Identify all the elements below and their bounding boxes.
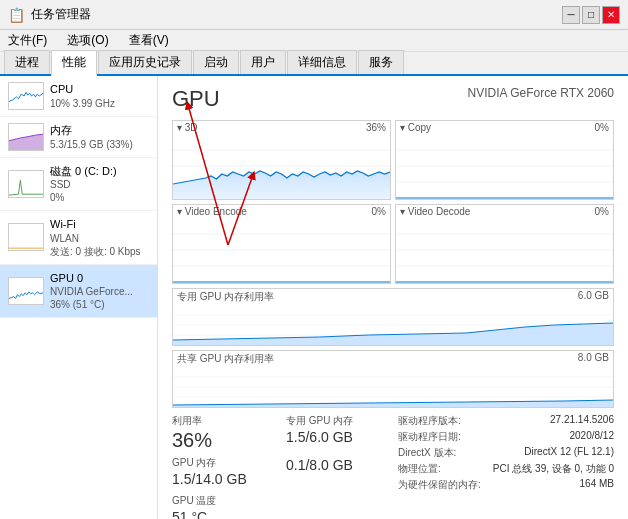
shared-mem-chart-area <box>173 367 613 407</box>
tab-bar: 进程 性能 应用历史记录 启动 用户 详细信息 服务 <box>0 52 628 76</box>
dedicated-mem-chart-area <box>173 305 613 345</box>
maximize-button[interactable]: □ <box>582 6 600 24</box>
chart-3d: ▾ 3D 36% <box>172 120 391 200</box>
disk-mini-chart <box>8 170 44 198</box>
sidebar-item-cpu[interactable]: CPU 10% 3.99 GHz <box>0 76 157 117</box>
chart-copy: ▾ Copy 0% <box>395 120 614 200</box>
tab-details[interactable]: 详细信息 <box>287 50 357 74</box>
wifi-mini-chart <box>8 223 44 251</box>
chart-encode-pct: 0% <box>372 206 386 217</box>
chart-copy-label: ▾ Copy <box>400 122 431 133</box>
chart-decode-label: ▾ Video Decode <box>400 206 470 217</box>
minimize-button[interactable]: ─ <box>562 6 580 24</box>
gpu-details: 驱动程序版本: 27.21.14.5206 驱动程序日期: 2020/8/12 … <box>398 414 614 519</box>
disk-stat1: SSD <box>50 178 117 191</box>
gpu-mini-chart <box>8 277 44 305</box>
sidebar: CPU 10% 3.99 GHz 内存 5.3/15.9 GB (33%) <box>0 76 158 519</box>
disk-stat2: 0% <box>50 191 117 204</box>
stats-left: 利用率 36% 专用 GPU 内存 1.5/6.0 GB GPU 内存 1.5/… <box>172 414 388 519</box>
window-title: 任务管理器 <box>31 6 91 23</box>
stat-utilization: 利用率 36% <box>172 414 274 452</box>
chart-encode-area <box>173 218 390 283</box>
svg-marker-4 <box>173 171 390 199</box>
shared-mem-pct: 8.0 GB <box>578 352 609 366</box>
chart-3d-area <box>173 134 390 199</box>
dedicated-mem-label: 专用 GPU 内存利用率 <box>177 290 274 304</box>
close-button[interactable]: ✕ <box>602 6 620 24</box>
tab-startup[interactable]: 启动 <box>193 50 239 74</box>
memory-mini-chart <box>8 123 44 151</box>
menu-options[interactable]: 选项(O) <box>63 30 112 51</box>
gpu-name: GPU 0 <box>50 271 133 285</box>
shared-mem-label: 共享 GPU 内存利用率 <box>177 352 274 366</box>
gpu-stat2: 36% (51 °C) <box>50 298 133 311</box>
stat-gpu-mem: GPU 内存 1.5/14.0 GB <box>172 456 274 490</box>
sidebar-item-memory[interactable]: 内存 5.3/15.9 GB (33%) <box>0 117 157 158</box>
disk-name: 磁盘 0 (C: D:) <box>50 164 117 178</box>
sidebar-item-gpu[interactable]: GPU 0 NVIDIA GeForce... 36% (51 °C) <box>0 265 157 318</box>
menu-view[interactable]: 查看(V) <box>125 30 173 51</box>
cpu-mini-chart <box>8 82 44 110</box>
stat-shared-mem: 0.1/8.0 GB <box>286 456 388 490</box>
chart-3d-label: ▾ 3D <box>177 122 198 133</box>
chart-3d-pct: 36% <box>366 122 386 133</box>
cpu-stat: 10% 3.99 GHz <box>50 97 115 110</box>
chart-video-encode: ▾ Video Encode 0% <box>172 204 391 284</box>
chart-encode-label: ▾ Video Encode <box>177 206 247 217</box>
detail-hw-reserved: 为硬件保留的内存: 164 MB <box>398 478 614 492</box>
main-content: CPU 10% 3.99 GHz 内存 5.3/15.9 GB (33%) <box>0 76 628 519</box>
wifi-stat1: WLAN <box>50 232 141 245</box>
gpu-title: GPU <box>172 86 220 112</box>
menu-bar: 文件(F) 选项(O) 查看(V) <box>0 30 628 52</box>
dedicated-mem-pct: 6.0 GB <box>578 290 609 304</box>
wifi-name: Wi-Fi <box>50 217 141 231</box>
tab-users[interactable]: 用户 <box>240 50 286 74</box>
sidebar-item-disk[interactable]: 磁盘 0 (C: D:) SSD 0% <box>0 158 157 211</box>
gpu-model: NVIDIA GeForce RTX 2060 <box>467 86 614 100</box>
sidebar-item-wifi[interactable]: Wi-Fi WLAN 发送: 0 接收: 0 Kbps <box>0 211 157 264</box>
tab-services[interactable]: 服务 <box>358 50 404 74</box>
chart-decode-area <box>396 218 613 283</box>
detail-location: 物理位置: PCI 总线 39, 设备 0, 功能 0 <box>398 462 614 476</box>
stat-dedicated-mem: 专用 GPU 内存 1.5/6.0 GB <box>286 414 388 452</box>
gpu-header: GPU NVIDIA GeForce RTX 2060 <box>172 86 614 112</box>
tab-process[interactable]: 进程 <box>4 50 50 74</box>
detail-driver-date: 驱动程序日期: 2020/8/12 <box>398 430 614 444</box>
chart-copy-area <box>396 134 613 199</box>
stat-temperature: GPU 温度 51 °C <box>172 494 274 519</box>
tab-performance[interactable]: 性能 <box>51 50 97 76</box>
chart-shared-memory: 共享 GPU 内存利用率 8.0 GB <box>172 350 614 408</box>
stats-details-row: 利用率 36% 专用 GPU 内存 1.5/6.0 GB GPU 内存 1.5/… <box>172 414 614 519</box>
memory-stat: 5.3/15.9 GB (33%) <box>50 138 133 151</box>
gpu-detail-panel: GPU NVIDIA GeForce RTX 2060 ▾ 3D 36% <box>158 76 628 519</box>
detail-driver-ver: 驱动程序版本: 27.21.14.5206 <box>398 414 614 428</box>
window-controls[interactable]: ─ □ ✕ <box>562 6 620 24</box>
tab-apphistory[interactable]: 应用历史记录 <box>98 50 192 74</box>
wifi-stat2: 发送: 0 接收: 0 Kbps <box>50 245 141 258</box>
app-icon: 📋 <box>8 7 25 23</box>
menu-file[interactable]: 文件(F) <box>4 30 51 51</box>
title-bar: 📋 任务管理器 ─ □ ✕ <box>0 0 628 30</box>
detail-directx: DirectX 版本: DirectX 12 (FL 12.1) <box>398 446 614 460</box>
cpu-name: CPU <box>50 82 115 96</box>
charts-grid-top: ▾ 3D 36% <box>172 120 614 284</box>
chart-video-decode: ▾ Video Decode 0% <box>395 204 614 284</box>
chart-copy-pct: 0% <box>595 122 609 133</box>
memory-name: 内存 <box>50 123 133 137</box>
chart-decode-pct: 0% <box>595 206 609 217</box>
chart-dedicated-memory: 专用 GPU 内存利用率 6.0 GB <box>172 288 614 346</box>
gpu-stat1: NVIDIA GeForce... <box>50 285 133 298</box>
